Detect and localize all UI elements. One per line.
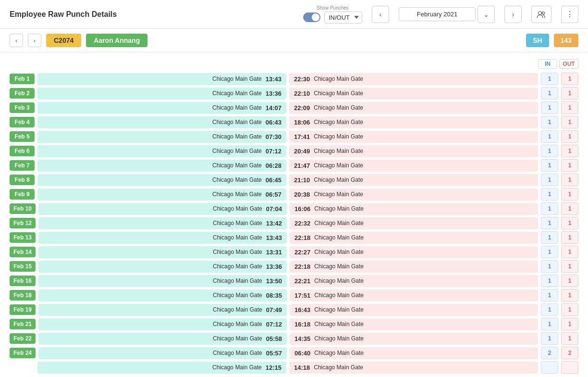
col-header-out: OUT xyxy=(559,59,578,69)
punch-in-block: Chicago Main Gate05:57 xyxy=(38,347,287,359)
out-location: Chicago Main Gate xyxy=(314,277,364,284)
in-time: 07:49 xyxy=(266,306,282,314)
count-out: 1 xyxy=(561,130,578,143)
date-badge: Feb 4 xyxy=(10,117,35,127)
table-row: Feb 14Chicago Main Gate13:3122:27Chicago… xyxy=(10,246,578,258)
in-time: 06:28 xyxy=(266,162,282,169)
date-badge: Feb 24 xyxy=(10,348,36,358)
in-time: 13:36 xyxy=(266,263,282,270)
out-time: 18:06 xyxy=(294,119,310,126)
next-employee-button[interactable]: › xyxy=(28,34,41,47)
num-badge: 143 xyxy=(554,34,578,47)
table-row: Feb 13Chicago Main Gate13:4322:18Chicago… xyxy=(10,231,578,244)
out-location: Chicago Main Gate xyxy=(314,249,364,255)
column-headers: IN OUT xyxy=(10,57,578,71)
in-time: 08:35 xyxy=(266,292,282,299)
punch-in-block: Chicago Main Gate13:43 xyxy=(38,232,287,244)
in-location: Chicago Main Gate xyxy=(212,104,262,111)
out-location: Chicago Main Gate xyxy=(314,119,363,126)
count-in: 2 xyxy=(541,347,558,359)
prev-employee-button[interactable]: ‹ xyxy=(10,34,23,47)
count-in: 1 xyxy=(541,202,558,215)
punch-out-block: 16:18Chicago Main Gate xyxy=(290,318,538,330)
show-punches-label: Show Punches xyxy=(317,5,349,11)
punch-out-block: 21:47Chicago Main Gate xyxy=(289,160,538,172)
date-badge: Feb 10 xyxy=(10,203,36,214)
people-button[interactable] xyxy=(531,6,551,23)
punch-out-block: 22:09Chicago Main Gate xyxy=(289,102,538,114)
in-time: 06:45 xyxy=(266,176,282,184)
out-location: Chicago Main Gate xyxy=(314,162,363,169)
in-time: 06:57 xyxy=(266,191,282,198)
out-time: 06:40 xyxy=(294,350,310,357)
in-time: 13:36 xyxy=(266,90,282,97)
table-row: Feb 2Chicago Main Gate13:3622:10Chicago … xyxy=(10,87,578,100)
punch-in-block: Chicago Main Gate07:12 xyxy=(37,145,286,157)
in-location: Chicago Main Gate xyxy=(213,350,262,356)
more-icon: ⋮ xyxy=(566,10,574,19)
date-badge: Feb 19 xyxy=(10,304,36,315)
in-time: 13:50 xyxy=(266,277,282,285)
count-out: 1 xyxy=(561,303,578,316)
out-time: 17:41 xyxy=(294,133,310,140)
table-row: Feb 21Chicago Main Gate07:1216:18Chicago… xyxy=(10,318,578,330)
out-location: Chicago Main Gate xyxy=(314,75,363,82)
more-button[interactable]: ⋮ xyxy=(561,6,578,23)
page-title: Employee Raw Punch Details xyxy=(10,10,117,19)
month-display: February 2021 xyxy=(399,7,476,21)
month-dropdown-button[interactable]: ⌄ xyxy=(478,6,495,23)
count-out: 1 xyxy=(561,73,578,85)
table-row: Feb 6Chicago Main Gate07:1220:49Chicago … xyxy=(10,145,578,157)
count-in: 1 xyxy=(541,231,558,244)
sub-header: ‹ › C2074 Aaron Annang SH 143 xyxy=(0,29,588,52)
date-badge: Feb 8 xyxy=(10,175,35,185)
table-row: Feb 9Chicago Main Gate06:5720:38Chicago … xyxy=(10,188,578,201)
in-time: 12:15 xyxy=(266,364,282,371)
date-badge: Feb 1 xyxy=(10,74,35,84)
in-location: Chicago Main Gate xyxy=(212,133,262,140)
punches-select[interactable]: IN/OUT IN OUT xyxy=(324,12,362,24)
in-location: Chicago Main Gate xyxy=(213,249,262,255)
punch-out-block: 22:32Chicago Main Gate xyxy=(290,217,538,229)
table-row: Feb 22Chicago Main Gate05:5814:35Chicago… xyxy=(10,332,578,345)
out-time: 14:35 xyxy=(294,335,310,342)
punch-out-block: 17:51Chicago Main Gate xyxy=(290,289,538,302)
punch-in-block: Chicago Main Gate06:45 xyxy=(37,174,286,186)
prev-month-button[interactable]: ‹ xyxy=(372,6,389,23)
punch-in-block: Chicago Main Gate13:36 xyxy=(37,88,286,100)
count-in: 1 xyxy=(541,116,558,128)
table-row: Feb 4Chicago Main Gate06:4318:06Chicago … xyxy=(10,116,578,128)
out-location: Chicago Main Gate xyxy=(314,148,363,154)
employee-id-badge: C2074 xyxy=(46,34,81,47)
date-badge xyxy=(10,365,35,369)
in-location: Chicago Main Gate xyxy=(213,335,262,342)
punch-out-block: 22:21Chicago Main Gate xyxy=(290,275,538,287)
next-month-button[interactable]: › xyxy=(504,6,522,23)
count-out xyxy=(561,361,578,374)
punch-in-block: Chicago Main Gate14:07 xyxy=(37,102,286,114)
count-in xyxy=(541,361,558,374)
count-in: 1 xyxy=(541,246,558,258)
punch-in-block: Chicago Main Gate13:43 xyxy=(37,73,286,85)
out-time: 22:30 xyxy=(294,75,310,83)
count-out: 1 xyxy=(561,87,578,100)
punches-toggle[interactable] xyxy=(303,13,320,22)
in-location: Chicago Main Gate xyxy=(213,321,262,327)
date-badge: Feb 21 xyxy=(10,319,36,329)
table-row: Feb 1Chicago Main Gate13:4322:30Chicago … xyxy=(10,73,578,85)
out-location: Chicago Main Gate xyxy=(314,263,364,270)
count-in: 1 xyxy=(541,289,558,302)
header: Employee Raw Punch Details Show Punches … xyxy=(0,0,588,29)
out-location: Chicago Main Gate xyxy=(314,364,363,371)
count-out: 1 xyxy=(561,101,578,114)
count-in: 1 xyxy=(541,73,558,85)
date-badge: Feb 2 xyxy=(10,88,35,99)
in-location: Chicago Main Gate xyxy=(213,205,262,212)
in-location: Chicago Main Gate xyxy=(212,191,262,198)
in-location: Chicago Main Gate xyxy=(213,263,262,270)
date-badge: Feb 7 xyxy=(10,160,35,171)
in-time: 13:43 xyxy=(266,75,282,83)
punch-out-block: 14:18Chicago Main Gate xyxy=(289,362,538,374)
count-in: 1 xyxy=(541,318,558,330)
date-badge: Feb 14 xyxy=(10,247,36,257)
